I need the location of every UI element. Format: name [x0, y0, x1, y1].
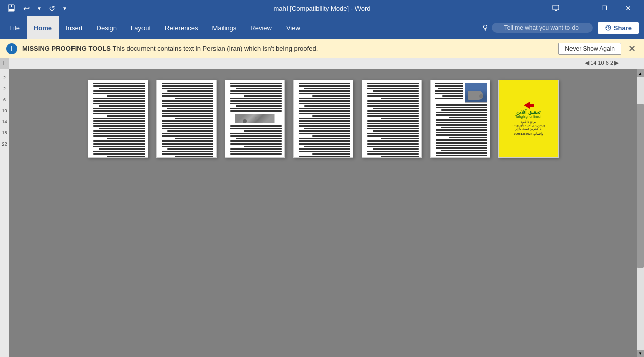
page-thumbnail-3[interactable]: [225, 80, 285, 158]
svg-rect-3: [9, 5, 11, 7]
ribbon-tabs: File Home Insert Design Layout Reference…: [0, 16, 482, 39]
notification-text: MISSING PROOFING TOOLS This document con…: [22, 45, 553, 52]
ad-line3: با کمترین قیمت بازار: [515, 127, 542, 130]
svg-rect-4: [553, 5, 559, 10]
redo-button[interactable]: ↺: [47, 3, 57, 14]
ruler-horizontal: ◀ 14 10 6 2 ▶: [9, 58, 644, 69]
page-7-ad-content: تحقیق آنلاین Tahghighonline.ir مرجع دانل…: [499, 80, 558, 157]
customize-qat-button[interactable]: ▼: [60, 5, 69, 12]
page-2-content: [157, 80, 216, 157]
ruler-v-numbers: 2 2 6 10 14 18 22: [2, 72, 7, 150]
page-thumbnail-6[interactable]: [430, 80, 490, 158]
ad-line1: مرجع دانلـود: [521, 120, 537, 123]
svg-rect-2: [9, 9, 14, 11]
scroll-up-button[interactable]: ▲: [637, 69, 644, 77]
ruler-corner[interactable]: L: [0, 58, 9, 69]
page-thumbnail-2[interactable]: [156, 80, 217, 158]
vertical-scrollbar: ▲ ▼: [637, 69, 644, 357]
vertical-ruler: 2 2 6 10 14 18 22: [0, 69, 9, 357]
svg-point-6: [483, 25, 487, 29]
save-button[interactable]: [4, 1, 18, 15]
pages-container: تحقیق آنلاین Tahghighonline.ir مرجع دانل…: [78, 80, 569, 158]
tab-view[interactable]: View: [279, 16, 307, 39]
page-6-image: [465, 83, 487, 103]
tab-design[interactable]: Design: [90, 16, 124, 39]
page-thumbnail-1[interactable]: [88, 80, 148, 158]
restore-button[interactable]: ❐: [593, 0, 616, 16]
document-content[interactable]: تحقیق آنلاین Tahghighonline.ir مرجع دانل…: [9, 69, 637, 357]
help-button[interactable]: [544, 0, 567, 16]
ruler-right-arrow[interactable]: ▶: [614, 59, 619, 66]
tab-mailings[interactable]: Mailings: [205, 16, 244, 39]
ribbon-right: Share: [482, 16, 644, 39]
svg-rect-5: [555, 10, 557, 11]
notification-bar: i MISSING PROOFING TOOLS This document c…: [0, 39, 644, 58]
title-bar: ↩ ▼ ↺ ▼ mahi [Compatibility Mode] - Word…: [0, 0, 644, 16]
page-5-content: [362, 80, 421, 157]
title-bar-controls: — ❐ ✕: [544, 0, 640, 16]
undo-dropdown-button[interactable]: ▼: [35, 5, 44, 12]
svg-marker-11: [524, 102, 534, 109]
page-1-content: [88, 80, 148, 157]
scroll-track[interactable]: [637, 77, 644, 350]
ad-title: تحقیق آنلاین: [516, 110, 541, 115]
tab-home[interactable]: Home: [27, 16, 59, 39]
ad-phone: واتساپ 09981366624: [514, 132, 543, 135]
page-3-content: [225, 80, 284, 157]
document-area: 2 2 6 10 14 18 22: [0, 69, 644, 357]
title-bar-left: ↩ ▼ ↺ ▼: [4, 1, 69, 15]
ad-line2: ورد-پی دی اف - پاورپوینت: [512, 123, 546, 127]
ruler-numbers: ◀ 14 10 6 2 ▶: [585, 59, 619, 66]
tell-me-input[interactable]: [492, 23, 593, 33]
page-thumbnail-4[interactable]: [293, 80, 353, 158]
tab-stop-icon: L: [3, 61, 6, 66]
notification-icon: i: [6, 43, 17, 54]
tab-file[interactable]: File: [2, 16, 27, 39]
notification-close-button[interactable]: ✕: [626, 43, 638, 54]
tab-layout[interactable]: Layout: [124, 16, 158, 39]
horizontal-ruler: L ◀ 14 10 6 2 ▶: [0, 58, 644, 69]
never-show-again-button[interactable]: Never Show Again: [558, 43, 621, 55]
share-icon: [605, 24, 612, 31]
ruler-left-arrow[interactable]: ◀: [585, 59, 589, 66]
minimize-button[interactable]: —: [568, 0, 592, 16]
undo-button[interactable]: ↩: [21, 3, 32, 14]
page-6-content: [431, 80, 490, 157]
tab-references[interactable]: References: [158, 16, 205, 39]
lightbulb-icon: [482, 24, 489, 31]
tab-insert[interactable]: Insert: [59, 16, 90, 39]
tab-review[interactable]: Review: [243, 16, 279, 39]
share-button[interactable]: Share: [598, 22, 639, 34]
scroll-down-button[interactable]: ▼: [637, 350, 644, 357]
ribbon: File Home Insert Design Layout Reference…: [0, 16, 644, 39]
scroll-thumb[interactable]: [637, 104, 644, 268]
close-button[interactable]: ✕: [617, 0, 640, 16]
title-bar-title: mahi [Compatibility Mode] - Word: [274, 5, 371, 12]
page-thumbnail-5[interactable]: [362, 80, 422, 158]
tell-me-area: [482, 23, 593, 33]
page-thumbnail-7[interactable]: تحقیق آنلاین Tahghighonline.ir مرجع دانل…: [498, 80, 559, 158]
ad-site: Tahghighonline.ir: [515, 115, 542, 118]
page-4-content: [294, 80, 353, 157]
arrow-icon: [524, 102, 534, 109]
page-3-image: [235, 114, 275, 123]
